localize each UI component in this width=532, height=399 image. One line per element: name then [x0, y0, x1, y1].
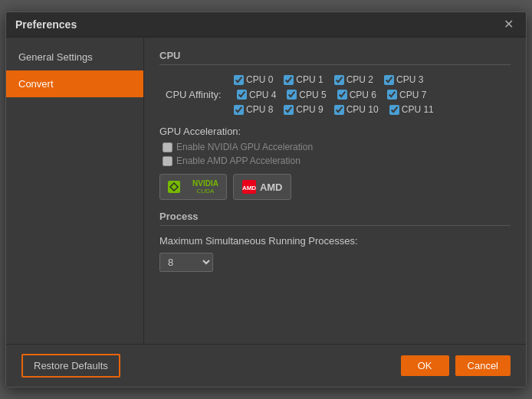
cpu5-checkbox[interactable] — [287, 90, 297, 100]
process-select[interactable]: 1 2 3 4 5 6 7 8 16 — [159, 253, 213, 272]
cpu2-checkbox[interactable] — [334, 75, 344, 85]
sidebar-item-general-settings-label: General Settings — [18, 51, 93, 63]
cpu-row-2: CPU 8 CPU 9 CPU 10 CPU 11 — [166, 104, 511, 115]
process-select-row: 1 2 3 4 5 6 7 8 16 — [159, 253, 511, 272]
cpu2-label[interactable]: CPU 2 — [346, 74, 373, 85]
preferences-dialog: Preferences ✕ General Settings Convert C… — [5, 11, 527, 388]
amd-gpu-checkbox[interactable] — [163, 156, 172, 166]
nvidia-gpu-checkbox[interactable] — [163, 142, 172, 152]
cpu1-item: CPU 1 — [284, 74, 323, 85]
cpu8-item: CPU 8 — [234, 104, 273, 115]
process-section-header: Process — [159, 211, 511, 226]
cpu4-label[interactable]: CPU 4 — [249, 90, 276, 100]
title-bar: Preferences ✕ — [6, 12, 526, 38]
cpu10-label[interactable]: CPU 10 — [346, 104, 379, 115]
cpu8-label[interactable]: CPU 8 — [246, 104, 273, 115]
cpu11-item: CPU 11 — [389, 104, 434, 115]
cpu2-item: CPU 2 — [334, 74, 373, 85]
footer-right-buttons: OK Cancel — [401, 355, 511, 376]
content-area: CPU CPU 0 CPU 1 CPU 2 — [144, 38, 526, 344]
cpu8-checkbox[interactable] — [234, 105, 244, 115]
cpu6-item: CPU 6 — [337, 90, 376, 100]
cpu3-item: CPU 3 — [384, 74, 423, 85]
amd-gpu-label[interactable]: Enable AMD APP Acceleration — [176, 155, 300, 166]
sidebar-item-general-settings[interactable]: General Settings — [6, 44, 143, 70]
cpu-grid: CPU 0 CPU 1 CPU 2 CPU 3 — [166, 74, 511, 115]
cpu3-label[interactable]: CPU 3 — [396, 74, 423, 85]
restore-defaults-button[interactable]: Restore Defaults — [21, 354, 120, 378]
cpu7-label[interactable]: CPU 7 — [399, 90, 426, 100]
cpu4-checkbox[interactable] — [237, 90, 247, 100]
cpu0-item: CPU 0 — [234, 74, 273, 85]
dialog-title: Preferences — [15, 18, 77, 31]
cpu3-checkbox[interactable] — [384, 75, 394, 85]
gpu-section-header: GPU Acceleration: — [159, 126, 511, 137]
cpu-row-1: CPU Affinity: CPU 4 CPU 5 CPU 6 — [166, 89, 511, 100]
cancel-button[interactable]: Cancel — [455, 355, 511, 376]
cpu7-checkbox[interactable] — [387, 90, 397, 100]
cpu10-checkbox[interactable] — [334, 105, 344, 115]
amd-text: AMD — [260, 182, 283, 193]
cpu5-label[interactable]: CPU 5 — [299, 90, 326, 100]
cpu1-checkbox[interactable] — [284, 75, 294, 85]
nvidia-text: NVIDIA CUDA — [192, 179, 218, 195]
cpu9-item: CPU 9 — [284, 104, 323, 115]
cpu0-label[interactable]: CPU 0 — [246, 74, 273, 85]
process-label: Maximum Simultaneous Running Processes: — [159, 235, 511, 247]
cpu-row-0: CPU 0 CPU 1 CPU 2 CPU 3 — [166, 74, 511, 85]
cpu10-item: CPU 10 — [334, 104, 379, 115]
gpu-buttons: NVIDIA CUDA AMD AMD — [159, 174, 511, 200]
cpu9-label[interactable]: CPU 9 — [296, 104, 323, 115]
cpu0-checkbox[interactable] — [234, 75, 244, 85]
sidebar-item-convert[interactable]: Convert — [6, 70, 143, 97]
cpu1-label[interactable]: CPU 1 — [296, 74, 323, 85]
nvidia-cuda-button[interactable]: NVIDIA CUDA — [159, 174, 227, 200]
cpu-section-header: CPU — [159, 50, 511, 65]
dialog-body: General Settings Convert CPU CPU 0 — [6, 38, 526, 344]
nvidia-gpu-label[interactable]: Enable NVIDIA GPU Acceleration — [176, 142, 313, 152]
cpu6-checkbox[interactable] — [337, 90, 347, 100]
gpu-section: GPU Acceleration: Enable NVIDIA GPU Acce… — [159, 126, 511, 200]
cpu4-item: CPU 4 — [237, 90, 276, 100]
cpu11-checkbox[interactable] — [389, 105, 399, 115]
cpu11-label[interactable]: CPU 11 — [402, 104, 434, 115]
nvidia-gpu-item: Enable NVIDIA GPU Acceleration — [163, 142, 511, 152]
cpu7-item: CPU 7 — [387, 90, 426, 100]
process-section: Process Maximum Simultaneous Running Pro… — [159, 211, 511, 272]
amd-button[interactable]: AMD AMD — [233, 174, 291, 200]
cpu-affinity-label: CPU Affinity: — [166, 89, 231, 100]
cpu6-label[interactable]: CPU 6 — [350, 90, 376, 100]
ok-button[interactable]: OK — [401, 355, 449, 376]
amd-gpu-item: Enable AMD APP Acceleration — [163, 155, 511, 166]
sidebar: General Settings Convert — [6, 38, 144, 344]
cpu9-checkbox[interactable] — [284, 105, 294, 115]
sidebar-item-convert-label: Convert — [18, 78, 54, 90]
amd-icon: AMD — [241, 179, 257, 195]
svg-text:AMD: AMD — [242, 185, 256, 191]
nvidia-icon — [168, 178, 189, 195]
cpu5-item: CPU 5 — [287, 90, 326, 100]
footer: Restore Defaults OK Cancel — [6, 344, 526, 387]
close-button[interactable]: ✕ — [501, 18, 517, 31]
